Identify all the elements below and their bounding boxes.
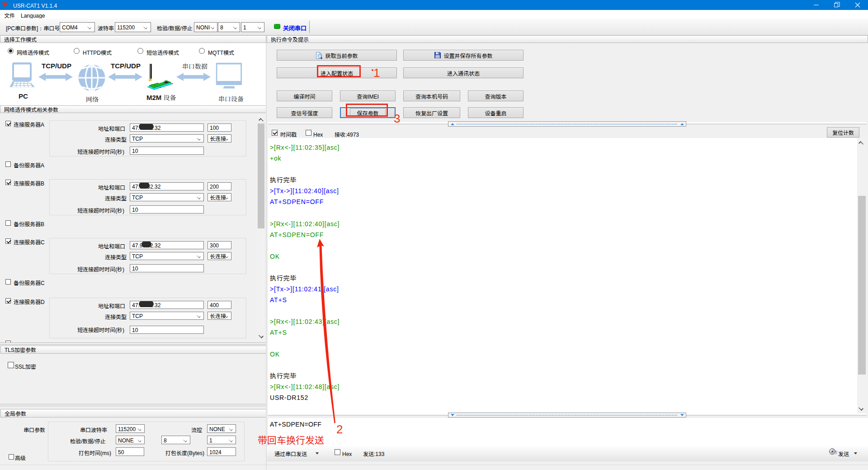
- svg-text:TCP/UDP: TCP/UDP: [111, 62, 141, 70]
- svg-text:网络: 网络: [86, 95, 99, 104]
- svg-text:TCP/UDP: TCP/UDP: [42, 62, 71, 70]
- svg-text:PC: PC: [19, 92, 28, 100]
- svg-text:M2M 设备: M2M 设备: [146, 93, 176, 102]
- svg-text:串口设备: 串口设备: [218, 94, 244, 103]
- svg-text:串口数据: 串口数据: [182, 62, 208, 71]
